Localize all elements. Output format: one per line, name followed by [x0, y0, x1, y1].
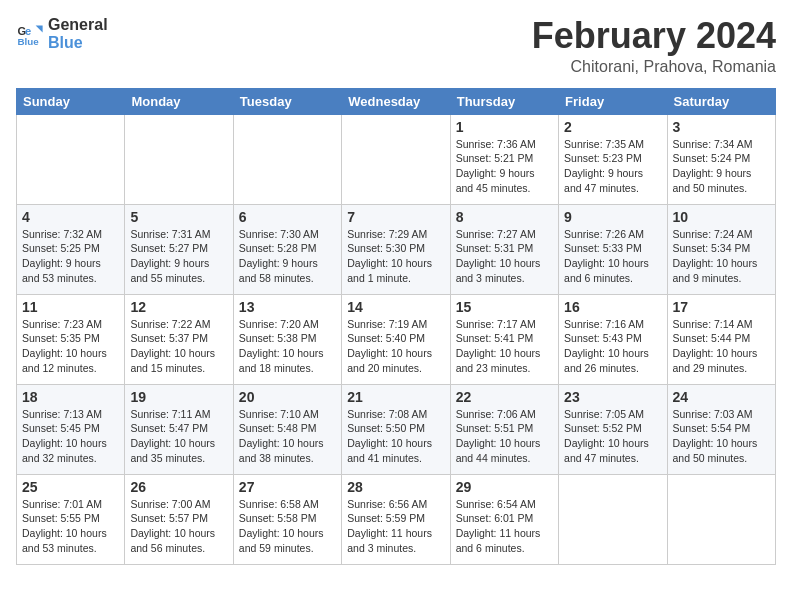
day-number: 12 — [130, 299, 227, 315]
day-info: Sunrise: 7:35 AMSunset: 5:23 PMDaylight:… — [564, 137, 661, 196]
day-info: Sunrise: 6:56 AMSunset: 5:59 PMDaylight:… — [347, 497, 444, 556]
header-tuesday: Tuesday — [233, 88, 341, 114]
day-info: Sunrise: 7:22 AMSunset: 5:37 PMDaylight:… — [130, 317, 227, 376]
header-wednesday: Wednesday — [342, 88, 450, 114]
title-block: February 2024 Chitorani, Prahova, Romani… — [532, 16, 776, 76]
calendar-cell — [233, 114, 341, 204]
calendar-cell: 6Sunrise: 7:30 AMSunset: 5:28 PMDaylight… — [233, 204, 341, 294]
calendar-cell: 5Sunrise: 7:31 AMSunset: 5:27 PMDaylight… — [125, 204, 233, 294]
day-number: 10 — [673, 209, 770, 225]
day-info: Sunrise: 7:27 AMSunset: 5:31 PMDaylight:… — [456, 227, 553, 286]
calendar-cell: 29Sunrise: 6:54 AMSunset: 6:01 PMDayligh… — [450, 474, 558, 564]
day-number: 14 — [347, 299, 444, 315]
day-number: 26 — [130, 479, 227, 495]
calendar-cell: 1Sunrise: 7:36 AMSunset: 5:21 PMDaylight… — [450, 114, 558, 204]
day-info: Sunrise: 7:34 AMSunset: 5:24 PMDaylight:… — [673, 137, 770, 196]
day-number: 17 — [673, 299, 770, 315]
day-info: Sunrise: 7:20 AMSunset: 5:38 PMDaylight:… — [239, 317, 336, 376]
calendar-week-4: 18Sunrise: 7:13 AMSunset: 5:45 PMDayligh… — [17, 384, 776, 474]
calendar-cell: 20Sunrise: 7:10 AMSunset: 5:48 PMDayligh… — [233, 384, 341, 474]
day-info: Sunrise: 7:10 AMSunset: 5:48 PMDaylight:… — [239, 407, 336, 466]
svg-text:Blue: Blue — [17, 36, 39, 47]
day-number: 25 — [22, 479, 119, 495]
calendar-cell: 2Sunrise: 7:35 AMSunset: 5:23 PMDaylight… — [559, 114, 667, 204]
calendar-cell: 9Sunrise: 7:26 AMSunset: 5:33 PMDaylight… — [559, 204, 667, 294]
day-info: Sunrise: 7:16 AMSunset: 5:43 PMDaylight:… — [564, 317, 661, 376]
day-info: Sunrise: 7:36 AMSunset: 5:21 PMDaylight:… — [456, 137, 553, 196]
calendar-subtitle: Chitorani, Prahova, Romania — [532, 58, 776, 76]
day-number: 3 — [673, 119, 770, 135]
logo-blue: Blue — [48, 34, 108, 52]
page-header: G e Blue General Blue February 2024 Chit… — [16, 16, 776, 76]
day-number: 1 — [456, 119, 553, 135]
calendar-cell: 25Sunrise: 7:01 AMSunset: 5:55 PMDayligh… — [17, 474, 125, 564]
calendar-cell: 17Sunrise: 7:14 AMSunset: 5:44 PMDayligh… — [667, 294, 775, 384]
day-number: 5 — [130, 209, 227, 225]
calendar-cell: 19Sunrise: 7:11 AMSunset: 5:47 PMDayligh… — [125, 384, 233, 474]
day-info: Sunrise: 7:30 AMSunset: 5:28 PMDaylight:… — [239, 227, 336, 286]
day-number: 23 — [564, 389, 661, 405]
calendar-cell — [125, 114, 233, 204]
day-number: 11 — [22, 299, 119, 315]
day-number: 13 — [239, 299, 336, 315]
calendar-week-3: 11Sunrise: 7:23 AMSunset: 5:35 PMDayligh… — [17, 294, 776, 384]
calendar-cell: 26Sunrise: 7:00 AMSunset: 5:57 PMDayligh… — [125, 474, 233, 564]
calendar-week-5: 25Sunrise: 7:01 AMSunset: 5:55 PMDayligh… — [17, 474, 776, 564]
day-number: 16 — [564, 299, 661, 315]
calendar-week-1: 1Sunrise: 7:36 AMSunset: 5:21 PMDaylight… — [17, 114, 776, 204]
calendar-cell: 3Sunrise: 7:34 AMSunset: 5:24 PMDaylight… — [667, 114, 775, 204]
day-number: 15 — [456, 299, 553, 315]
logo-icon: G e Blue — [16, 20, 44, 48]
calendar-cell: 12Sunrise: 7:22 AMSunset: 5:37 PMDayligh… — [125, 294, 233, 384]
calendar-cell: 14Sunrise: 7:19 AMSunset: 5:40 PMDayligh… — [342, 294, 450, 384]
header-monday: Monday — [125, 88, 233, 114]
day-info: Sunrise: 7:31 AMSunset: 5:27 PMDaylight:… — [130, 227, 227, 286]
day-info: Sunrise: 7:11 AMSunset: 5:47 PMDaylight:… — [130, 407, 227, 466]
calendar-header: SundayMondayTuesdayWednesdayThursdayFrid… — [17, 88, 776, 114]
day-number: 4 — [22, 209, 119, 225]
calendar-table: SundayMondayTuesdayWednesdayThursdayFrid… — [16, 88, 776, 565]
day-info: Sunrise: 7:06 AMSunset: 5:51 PMDaylight:… — [456, 407, 553, 466]
calendar-week-2: 4Sunrise: 7:32 AMSunset: 5:25 PMDaylight… — [17, 204, 776, 294]
day-info: Sunrise: 7:01 AMSunset: 5:55 PMDaylight:… — [22, 497, 119, 556]
calendar-cell: 16Sunrise: 7:16 AMSunset: 5:43 PMDayligh… — [559, 294, 667, 384]
day-number: 22 — [456, 389, 553, 405]
calendar-cell: 8Sunrise: 7:27 AMSunset: 5:31 PMDaylight… — [450, 204, 558, 294]
day-number: 19 — [130, 389, 227, 405]
calendar-cell: 28Sunrise: 6:56 AMSunset: 5:59 PMDayligh… — [342, 474, 450, 564]
calendar-cell — [342, 114, 450, 204]
logo-general: General — [48, 16, 108, 34]
day-info: Sunrise: 7:14 AMSunset: 5:44 PMDaylight:… — [673, 317, 770, 376]
day-info: Sunrise: 7:24 AMSunset: 5:34 PMDaylight:… — [673, 227, 770, 286]
day-number: 29 — [456, 479, 553, 495]
header-friday: Friday — [559, 88, 667, 114]
day-number: 9 — [564, 209, 661, 225]
calendar-cell — [17, 114, 125, 204]
day-info: Sunrise: 7:13 AMSunset: 5:45 PMDaylight:… — [22, 407, 119, 466]
day-number: 28 — [347, 479, 444, 495]
calendar-cell: 27Sunrise: 6:58 AMSunset: 5:58 PMDayligh… — [233, 474, 341, 564]
day-info: Sunrise: 7:08 AMSunset: 5:50 PMDaylight:… — [347, 407, 444, 466]
day-info: Sunrise: 7:26 AMSunset: 5:33 PMDaylight:… — [564, 227, 661, 286]
day-number: 6 — [239, 209, 336, 225]
day-number: 27 — [239, 479, 336, 495]
day-info: Sunrise: 7:29 AMSunset: 5:30 PMDaylight:… — [347, 227, 444, 286]
day-number: 24 — [673, 389, 770, 405]
day-number: 8 — [456, 209, 553, 225]
header-saturday: Saturday — [667, 88, 775, 114]
day-number: 7 — [347, 209, 444, 225]
day-info: Sunrise: 7:00 AMSunset: 5:57 PMDaylight:… — [130, 497, 227, 556]
header-thursday: Thursday — [450, 88, 558, 114]
day-number: 21 — [347, 389, 444, 405]
header-sunday: Sunday — [17, 88, 125, 114]
calendar-cell: 24Sunrise: 7:03 AMSunset: 5:54 PMDayligh… — [667, 384, 775, 474]
day-info: Sunrise: 7:17 AMSunset: 5:41 PMDaylight:… — [456, 317, 553, 376]
day-info: Sunrise: 7:23 AMSunset: 5:35 PMDaylight:… — [22, 317, 119, 376]
day-info: Sunrise: 7:05 AMSunset: 5:52 PMDaylight:… — [564, 407, 661, 466]
day-number: 18 — [22, 389, 119, 405]
day-info: Sunrise: 7:03 AMSunset: 5:54 PMDaylight:… — [673, 407, 770, 466]
calendar-cell: 11Sunrise: 7:23 AMSunset: 5:35 PMDayligh… — [17, 294, 125, 384]
day-info: Sunrise: 7:32 AMSunset: 5:25 PMDaylight:… — [22, 227, 119, 286]
calendar-cell: 10Sunrise: 7:24 AMSunset: 5:34 PMDayligh… — [667, 204, 775, 294]
calendar-cell — [667, 474, 775, 564]
